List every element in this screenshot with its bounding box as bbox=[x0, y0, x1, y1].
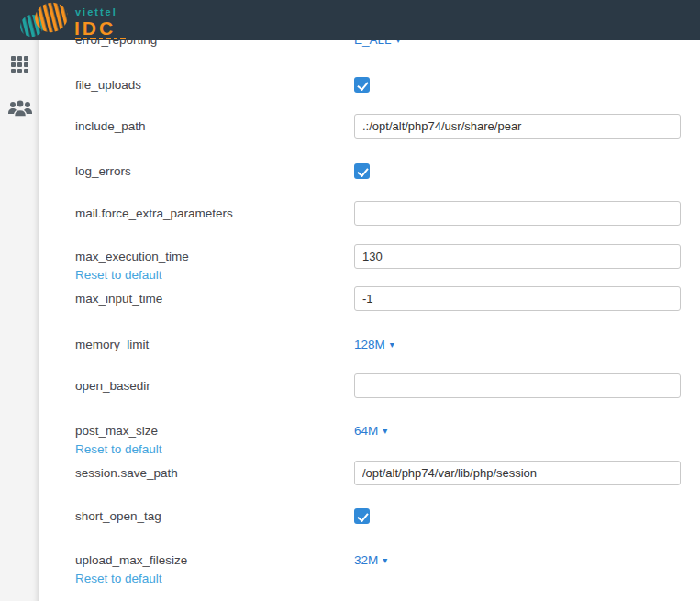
memory-limit-dropdown[interactable]: 128M▾ bbox=[354, 332, 394, 357]
svg-text:viettel: viettel bbox=[75, 6, 117, 17]
dropdown-value: 32M bbox=[354, 553, 378, 567]
top-bar: viettel IDC bbox=[0, 0, 700, 40]
setting-label: max_execution_time bbox=[75, 244, 189, 269]
globe-mark bbox=[18, 1, 71, 39]
setting-row-include-path: include_path bbox=[39, 114, 700, 156]
chevron-down-icon: ▾ bbox=[390, 339, 394, 350]
chevron-down-icon: ▾ bbox=[383, 426, 387, 436]
reset-to-default-link[interactable]: Reset to default bbox=[75, 268, 162, 282]
post-max-size-dropdown[interactable]: 64M▾ bbox=[354, 418, 387, 443]
setting-row-max-execution-time: max_execution_time Reset to default bbox=[39, 244, 700, 286]
reset-to-default-link[interactable]: Reset to default bbox=[75, 572, 162, 585]
setting-row-mail-force-extra-parameters: mail.force_extra_parameters bbox=[39, 201, 700, 243]
log-errors-checkbox[interactable] bbox=[354, 163, 370, 179]
php-settings-form: error_reporting E_ALL▾ file_uploads incl… bbox=[39, 0, 700, 601]
setting-label: short_open_tag bbox=[75, 504, 161, 529]
setting-label: open_basedir bbox=[75, 373, 150, 398]
chevron-down-icon: ▾ bbox=[383, 555, 387, 565]
left-sidebar bbox=[0, 40, 39, 601]
setting-row-post-max-size: post_max_size 64M▾ Reset to default bbox=[39, 418, 700, 461]
setting-row-open-basedir: open_basedir bbox=[39, 373, 700, 416]
reset-to-default-link[interactable]: Reset to default bbox=[75, 442, 162, 456]
users-icon bbox=[7, 97, 33, 119]
open-basedir-input[interactable] bbox=[354, 373, 681, 398]
setting-row-file-uploads: file_uploads bbox=[39, 72, 700, 115]
grid-icon bbox=[11, 56, 28, 73]
setting-label: log_errors bbox=[75, 159, 131, 184]
setting-label: session.save_path bbox=[75, 461, 178, 485]
setting-row-upload-max-filesize: upload_max_filesize 32M▾ Reset to defaul… bbox=[39, 548, 700, 590]
setting-label: mail.force_extra_parameters bbox=[75, 201, 233, 226]
setting-label: max_input_time bbox=[75, 286, 162, 311]
setting-row-session-save-path: session.save_path bbox=[39, 461, 700, 503]
short-open-tag-checkbox[interactable] bbox=[354, 508, 370, 524]
setting-row-short-open-tag: short_open_tag bbox=[39, 504, 700, 546]
setting-row-memory-limit: memory_limit 128M▾ bbox=[39, 332, 700, 374]
svg-text:IDC: IDC bbox=[74, 17, 116, 39]
max-execution-time-input[interactable] bbox=[354, 244, 681, 269]
setting-row-max-input-time: max_input_time bbox=[39, 286, 700, 328]
setting-label: post_max_size bbox=[75, 418, 158, 443]
setting-row-log-errors: log_errors bbox=[39, 159, 700, 201]
setting-label: memory_limit bbox=[75, 332, 149, 357]
file-uploads-checkbox[interactable] bbox=[354, 77, 370, 93]
viettel-idc-logo[interactable]: viettel IDC bbox=[18, 1, 165, 44]
session-save-path-input[interactable] bbox=[354, 461, 681, 485]
max-input-time-input[interactable] bbox=[354, 286, 681, 311]
mail-force-extra-parameters-input[interactable] bbox=[354, 201, 681, 226]
include-path-input[interactable] bbox=[354, 114, 681, 139]
setting-label: upload_max_filesize bbox=[75, 548, 187, 573]
dropdown-value: 64M bbox=[354, 424, 378, 438]
setting-label: include_path bbox=[75, 114, 146, 139]
setting-label: file_uploads bbox=[75, 72, 141, 97]
upload-max-filesize-dropdown[interactable]: 32M▾ bbox=[354, 548, 387, 573]
sidebar-item-users[interactable] bbox=[0, 92, 39, 125]
sidebar-item-apps[interactable] bbox=[0, 48, 39, 81]
dropdown-value: 128M bbox=[354, 338, 385, 351]
page: error_reporting E_ALL▾ file_uploads incl… bbox=[0, 0, 700, 601]
